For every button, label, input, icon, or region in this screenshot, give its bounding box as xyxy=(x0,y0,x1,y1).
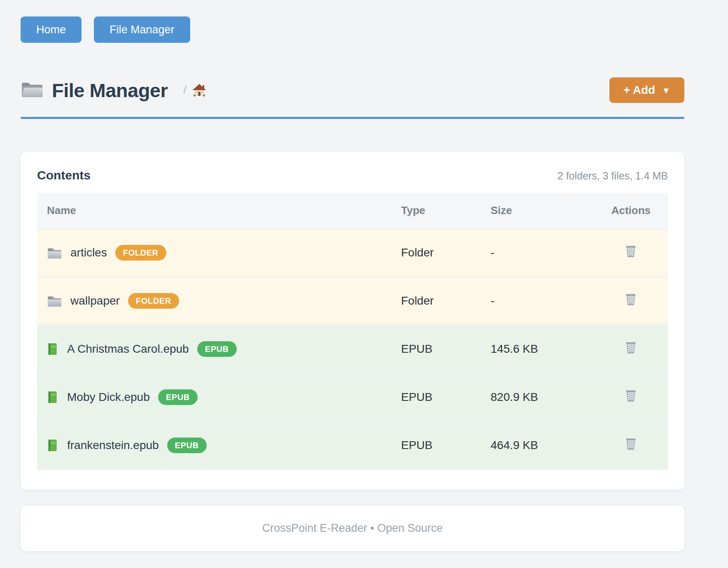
open-folder-icon xyxy=(21,80,44,100)
file-name[interactable]: frankenstein.epub xyxy=(67,439,159,452)
type-cell: EPUB xyxy=(401,421,491,470)
contents-summary: 2 folders, 3 files, 1.4 MB xyxy=(558,170,668,182)
footer-card: CrossPoint E-Reader • Open Source xyxy=(21,505,684,551)
delete-button[interactable] xyxy=(625,437,637,451)
trash-icon xyxy=(625,244,637,258)
file-name[interactable]: articles xyxy=(70,246,107,259)
home-button[interactable]: Home xyxy=(21,16,82,43)
header-divider xyxy=(21,117,684,119)
breadcrumb-separator: / xyxy=(183,84,187,97)
book-icon xyxy=(47,342,59,356)
table-row: wallpaper FOLDER Folder - xyxy=(37,277,668,325)
type-badge: FOLDER xyxy=(128,293,179,309)
delete-button[interactable] xyxy=(625,389,637,403)
size-cell: 820.9 KB xyxy=(491,373,594,421)
file-table: Name Type Size Actions xyxy=(37,193,668,470)
name-cell: Moby Dick.epub EPUB xyxy=(37,373,401,421)
type-cell: EPUB xyxy=(401,325,491,373)
type-cell: Folder xyxy=(401,229,491,277)
column-header-type: Type xyxy=(401,193,491,229)
folder-icon xyxy=(47,295,62,307)
type-badge: EPUB xyxy=(167,438,207,453)
size-cell: - xyxy=(491,277,594,325)
column-header-actions: Actions xyxy=(594,193,668,229)
page-container: Home File Manager File Manager xyxy=(21,0,684,551)
name-cell: frankenstein.epub EPUB xyxy=(37,421,401,470)
actions-cell xyxy=(594,229,668,277)
trash-icon xyxy=(625,293,637,306)
name-cell: A Christmas Carol.epub EPUB xyxy=(37,325,401,373)
delete-button[interactable] xyxy=(625,341,637,354)
home-icon[interactable] xyxy=(192,84,206,97)
trash-icon xyxy=(625,389,637,403)
type-cell: EPUB xyxy=(401,373,491,421)
type-badge: EPUB xyxy=(158,389,198,405)
column-header-size: Size xyxy=(491,193,594,229)
delete-button[interactable] xyxy=(625,244,637,258)
column-header-name: Name xyxy=(37,193,401,229)
table-header: Name Type Size Actions xyxy=(37,193,668,229)
table-row: A Christmas Carol.epub EPUB EPUB 145.6 K… xyxy=(37,325,668,373)
type-cell: Folder xyxy=(401,277,491,325)
page-header: File Manager / + Add ▼ xyxy=(21,77,684,103)
page-title: File Manager xyxy=(52,79,168,102)
table-row: Moby Dick.epub EPUB EPUB 820.9 KB xyxy=(37,373,668,421)
type-badge: EPUB xyxy=(197,341,237,357)
caret-down-icon: ▼ xyxy=(662,86,670,95)
contents-header: Contents 2 folders, 3 files, 1.4 MB xyxy=(37,168,668,182)
title-group: File Manager xyxy=(21,79,168,102)
size-cell: 464.9 KB xyxy=(491,421,594,470)
actions-cell xyxy=(594,277,668,325)
actions-cell xyxy=(594,325,668,373)
file-name[interactable]: A Christmas Carol.epub xyxy=(67,342,189,356)
table-body: articles FOLDER Folder - xyxy=(37,229,668,470)
contents-title: Contents xyxy=(37,168,91,182)
table-row: frankenstein.epub EPUB EPUB 464.9 KB xyxy=(37,421,668,470)
footer-text: CrossPoint E-Reader • Open Source xyxy=(262,522,443,534)
add-button-label: + Add xyxy=(623,84,656,97)
book-icon xyxy=(47,439,59,452)
breadcrumb: / xyxy=(183,84,206,97)
book-icon xyxy=(47,391,59,404)
size-cell: 145.6 KB xyxy=(491,325,594,373)
file-name[interactable]: wallpaper xyxy=(70,294,120,307)
actions-cell xyxy=(594,421,668,470)
name-cell: articles FOLDER xyxy=(37,229,401,277)
actions-cell xyxy=(594,373,668,421)
trash-icon xyxy=(625,341,637,354)
trash-icon xyxy=(625,437,637,451)
contents-card: Contents 2 folders, 3 files, 1.4 MB Name… xyxy=(21,152,684,490)
name-cell: wallpaper FOLDER xyxy=(37,277,401,325)
type-badge: FOLDER xyxy=(115,245,166,261)
size-cell: - xyxy=(491,229,594,277)
file-manager-button[interactable]: File Manager xyxy=(94,16,190,43)
delete-button[interactable] xyxy=(625,293,637,306)
add-button[interactable]: + Add ▼ xyxy=(609,77,684,103)
folder-icon xyxy=(47,247,62,259)
table-row: articles FOLDER Folder - xyxy=(37,229,668,277)
file-name[interactable]: Moby Dick.epub xyxy=(67,391,150,404)
top-nav: Home File Manager xyxy=(21,16,684,43)
